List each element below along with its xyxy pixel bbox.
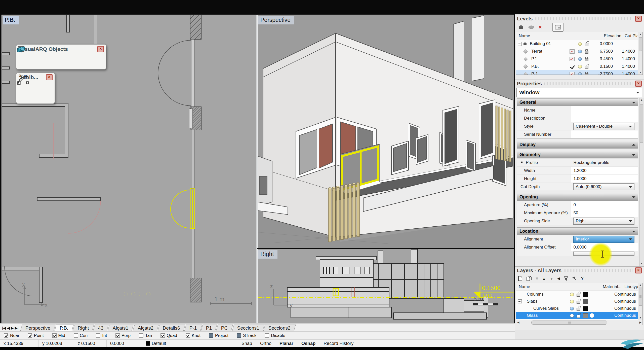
perspective-viewport[interactable]: Perspective [257,15,514,248]
visualarq-objects-toolbar[interactable]: VisualARQ Objects [16,44,106,69]
revolve-icon[interactable] [16,73,29,86]
bulb-icon[interactable] [570,307,574,310]
building-icon[interactable] [518,24,524,30]
layer-color-swatch[interactable] [583,306,588,311]
description-field[interactable] [571,114,638,122]
new-layer-icon[interactable] [518,276,522,281]
drag-grip[interactable] [564,269,633,272]
layer-linetype[interactable]: Continuous [614,313,638,318]
section-display-header[interactable]: Display [517,141,638,148]
prev-tab-button[interactable]: ◀ [7,326,10,330]
osnap-cen[interactable]: Cen [74,333,88,338]
section-location-header[interactable]: Location [517,228,638,235]
plan-view-icon[interactable] [570,72,575,75]
drag-grip[interactable] [544,82,633,85]
layer-linetype[interactable]: Continuous [614,306,638,311]
tab-alcats1[interactable]: Alçats1 [107,325,134,331]
properties-panel-titlebar[interactable]: Properties [515,80,644,87]
detail-view-button[interactable] [552,23,564,32]
plan-viewport-title[interactable]: P.B. [3,16,19,24]
planar-toggle[interactable]: Planar [275,340,297,347]
bulb-icon[interactable] [570,300,574,303]
tab-detalls6[interactable]: Detalls6 [157,325,185,331]
tab-perspective[interactable]: Perspective [20,325,56,331]
levels-scrollbar[interactable]: ▲▼ [638,32,642,75]
next-tab-button[interactable]: ▶ [11,326,14,330]
osnap-int[interactable]: Int [96,333,107,338]
material-dot-icon[interactable] [590,313,594,318]
delete-icon[interactable] [539,25,542,30]
level-row[interactable]: P-1 -2.7500 1.4000 [516,70,642,75]
lock-icon[interactable] [585,73,588,75]
osnap-point[interactable]: Point [28,333,44,338]
lock-icon[interactable] [577,301,580,304]
level-row[interactable]: P.1 3.4500 1.4000 [516,55,642,63]
opening-side-dropdown[interactable]: Right [573,218,634,225]
layers-table-header[interactable]: Name Material... Linetype [516,283,642,291]
bulb-icon[interactable] [578,42,582,46]
move-up-icon[interactable]: ▲ [542,276,546,281]
bulb-icon[interactable] [570,314,574,318]
plan-view-icon[interactable] [570,49,575,54]
lock-icon[interactable] [577,308,580,311]
aperture-field[interactable]: 0 [571,201,638,209]
level-row[interactable]: P.B. 0.1500 1.4000 [516,63,642,70]
layer-color-swatch[interactable] [583,313,588,318]
current-level-check-icon[interactable] [570,64,575,69]
tab-p1[interactable]: P1 [201,325,217,331]
column-header-elevation[interactable]: Elevation [600,33,623,39]
tab-alcats2[interactable]: Alçats2 [133,325,159,331]
object-type-selector[interactable]: Window [516,88,642,97]
toolb-toolbar[interactable]: Toolb... [16,73,55,104]
perspective-viewport-title[interactable]: Perspective [258,16,294,24]
drag-grip[interactable] [535,17,633,20]
section-opening-header[interactable]: Opening [517,193,638,201]
osnap-disable[interactable]: Disable [265,333,285,338]
collapse-icon[interactable] [518,299,522,303]
name-field[interactable] [571,106,638,114]
osnap-mid[interactable]: Mid [52,333,65,338]
right-viewport[interactable]: 0.1500 P.B. 5 m z y Right [257,249,514,323]
osnap-project[interactable]: Project [209,333,228,338]
layers-hscrollbar[interactable]: ◀▶ [516,320,643,325]
tab-43[interactable]: 43 [93,325,109,331]
close-icon[interactable] [46,74,53,80]
level-row[interactable]: Building 01 0.0000 [516,40,642,48]
right-viewport-title[interactable]: Right [258,250,277,259]
tab-pb[interactable]: P.B. [54,325,73,331]
bulb-icon[interactable] [578,65,582,68]
close-icon[interactable] [97,46,104,52]
serial-number-field[interactable] [571,130,638,138]
osnap-strack[interactable]: STrack [237,333,256,338]
osnap-quad[interactable]: Quad [160,333,177,338]
column-header-name[interactable]: Name [516,33,578,39]
layers-panel-titlebar[interactable]: Layers - All Layers [515,267,644,274]
osnap-near[interactable]: Near [4,333,19,338]
osnap-knot[interactable]: Knot [186,333,200,338]
lock-icon[interactable] [577,294,580,297]
move-left-icon[interactable]: ◀ [557,276,560,281]
filter-icon[interactable] [564,276,568,281]
style-dropdown[interactable]: Casement - Double [573,123,634,130]
delete-layer-icon[interactable]: × [536,276,538,281]
levels-panel-titlebar[interactable]: Levels [515,15,644,22]
bulb-icon[interactable] [578,72,582,75]
layer-row[interactable]: Curves Slabs Continuous [516,305,642,312]
first-tab-button[interactable]: |◀ [2,326,6,330]
layers-vscrollbar[interactable]: ▲▼ [638,283,642,320]
layer-color-swatch[interactable] [583,292,588,297]
new-sublayer-icon[interactable] [526,276,532,281]
layer-linetype[interactable]: Continuous [614,292,638,297]
close-icon[interactable] [635,267,642,273]
layer-row[interactable]: Columns Continuous [516,291,642,298]
bulb-icon[interactable] [578,50,582,53]
plan-view-icon[interactable] [570,57,575,61]
close-icon[interactable] [635,16,642,22]
levels-table-header[interactable]: Name Elevation Cut Plane [516,32,642,40]
properties-scrollbar[interactable]: ▲▼ [639,98,644,266]
plan-viewport[interactable]: 1 m y x P.B. VisualARQ Objects [2,15,257,323]
alignment-dropdown[interactable]: Interior [573,236,634,243]
tab-seccions2[interactable]: Seccions2 [263,325,296,331]
close-icon[interactable] [635,81,642,87]
cut-depth-dropdown[interactable]: Auto (0.6000) [573,183,634,190]
